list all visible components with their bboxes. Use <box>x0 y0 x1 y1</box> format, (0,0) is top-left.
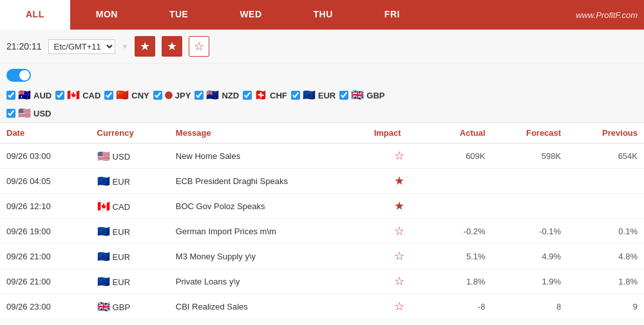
cell-currency: 🇬🇧GBP <box>91 294 169 319</box>
star-filter-3[interactable]: ☆ <box>189 36 209 57</box>
currency-checkbox-usd[interactable] <box>6 109 15 118</box>
cell-previous: 0.1% <box>567 219 644 244</box>
row-flag: 🇺🇸 <box>97 151 110 162</box>
cell-actual: -8 <box>431 294 492 319</box>
toggle-switch[interactable] <box>6 69 31 82</box>
economic-calendar-table: Date Currency Message Impact Actual Fore… <box>0 123 644 319</box>
table-header-row: Date Currency Message Impact Actual Fore… <box>0 123 644 144</box>
table-container: Date Currency Message Impact Actual Fore… <box>0 123 644 319</box>
row-flag: 🇪🇺 <box>97 276 110 287</box>
star-outline-icon: ☆ <box>394 225 404 237</box>
cell-date: 09/26 21:00 <box>0 269 91 294</box>
currency-checkbox-nzd[interactable] <box>194 91 204 100</box>
cell-impact: ☆ <box>368 244 431 269</box>
currency-checkbox-gbp[interactable] <box>339 91 348 100</box>
currency-checkbox-cad[interactable] <box>55 91 64 100</box>
row-flag: 🇪🇺 <box>97 226 110 237</box>
row-flag: 🇬🇧 <box>97 301 110 312</box>
toolbar: 21:20:11 Etc/GMT+11 ▼ ★ ★ ☆ <box>0 30 644 64</box>
cell-previous <box>567 194 644 219</box>
toggle-row <box>0 64 644 86</box>
cell-currency: 🇪🇺EUR <box>91 269 169 294</box>
cell-date: 09/26 19:00 <box>0 219 91 244</box>
star-filter-1[interactable]: ★ <box>135 36 155 57</box>
currency-checkbox-jpy[interactable] <box>153 91 162 100</box>
col-header-currency: Currency <box>91 123 169 144</box>
cell-date: 09/26 12:10 <box>0 194 91 219</box>
cell-actual: 609K <box>431 144 492 169</box>
cell-message: ECB President Draghi Speaks <box>169 169 368 194</box>
tab-fri[interactable]: FRI <box>359 0 426 30</box>
tab-wed[interactable]: WED <box>214 0 287 30</box>
col-header-date: Date <box>0 123 91 144</box>
cell-actual: 1.8% <box>431 269 492 294</box>
currency-label-aud: AUD <box>33 91 52 100</box>
cell-message: Private Loans y\y <box>169 269 368 294</box>
top-nav: ALL MON TUE WED THU FRI www.ProfitF.com <box>0 0 644 30</box>
currency-checkbox-aud[interactable] <box>6 91 15 100</box>
table-row: 09/26 12:10🇨🇦CADBOC Gov Poloz Speaks★ <box>0 194 644 219</box>
cell-actual <box>431 169 492 194</box>
tab-all[interactable]: ALL <box>0 0 70 30</box>
star-outline-icon: ☆ <box>394 300 404 313</box>
col-header-forecast: Forecast <box>492 123 568 144</box>
cell-actual: 5.1% <box>431 244 492 269</box>
cell-message: M3 Money Supply y\y <box>169 244 368 269</box>
cell-currency: 🇺🇸USD <box>91 144 169 169</box>
col-header-actual: Actual <box>431 123 492 144</box>
currency-checkbox-chf[interactable] <box>243 91 252 100</box>
flag-gbp: 🇬🇧 <box>351 90 364 100</box>
row-flag: 🇨🇦 <box>97 201 110 212</box>
flag-nzd: 🇳🇿 <box>206 90 219 100</box>
currency-item-eur: 🇪🇺 EUR <box>291 90 336 100</box>
currency-label-chf: CHF <box>270 91 287 100</box>
table-row: 09/26 19:00🇪🇺EURGerman Import Prices m\m… <box>0 219 644 244</box>
tab-mon[interactable]: MON <box>70 0 144 30</box>
cell-forecast: 4.9% <box>492 244 568 269</box>
cell-previous: 1.8% <box>567 269 644 294</box>
row-currency-code: EUR <box>113 252 130 262</box>
cell-impact: ★ <box>368 194 431 219</box>
cell-previous: 4.8% <box>567 244 644 269</box>
cell-forecast <box>492 194 568 219</box>
currency-checkbox-cny[interactable] <box>104 91 113 100</box>
cell-forecast: 8 <box>492 294 568 319</box>
currency-checkbox-eur[interactable] <box>291 91 300 100</box>
star-outline-icon: ☆ <box>394 149 404 162</box>
timezone-select[interactable]: Etc/GMT+11 <box>48 39 115 54</box>
table-row: 09/26 21:00🇪🇺EURM3 Money Supply y\y☆5.1%… <box>0 244 644 269</box>
currency-item-aud: 🇦🇺 AUD <box>6 90 52 100</box>
cell-currency: 🇨🇦CAD <box>91 194 169 219</box>
currency-label-eur: EUR <box>318 91 336 100</box>
currency-item-jpy: JPY <box>153 91 191 100</box>
cell-message: German Import Prices m\m <box>169 219 368 244</box>
cell-message: CBI Realized Sales <box>169 294 368 319</box>
currency-label-nzd: NZD <box>222 91 239 100</box>
cell-impact: ★ <box>368 169 431 194</box>
currency-label-jpy: JPY <box>175 91 191 100</box>
col-header-previous: Previous <box>567 123 644 144</box>
cell-date: 09/26 23:00 <box>0 294 91 319</box>
tab-tue[interactable]: TUE <box>144 0 214 30</box>
flag-aud: 🇦🇺 <box>18 90 31 100</box>
row-currency-code: CAD <box>113 202 130 212</box>
currency-item-gbp: 🇬🇧 GBP <box>339 90 384 100</box>
cell-currency: 🇪🇺EUR <box>91 219 169 244</box>
dot-jpy <box>165 91 173 99</box>
currency-label-cad: CAD <box>82 91 100 100</box>
cell-date: 09/26 21:00 <box>0 244 91 269</box>
row-currency-code: GBP <box>113 302 130 312</box>
cell-currency: 🇪🇺EUR <box>91 244 169 269</box>
cell-previous: 654K <box>567 144 644 169</box>
currency-item-cny: 🇨🇳 CNY <box>104 90 149 100</box>
cell-forecast: 1.9% <box>492 269 568 294</box>
cell-forecast <box>492 169 568 194</box>
table-row: 09/26 21:00🇪🇺EURPrivate Loans y\y☆1.8%1.… <box>0 269 644 294</box>
flag-chf: 🇨🇭 <box>254 90 267 100</box>
cell-currency: 🇪🇺EUR <box>91 169 169 194</box>
star-filled-icon: ★ <box>394 200 404 212</box>
star-filter-2[interactable]: ★ <box>162 36 182 57</box>
row-flag: 🇪🇺 <box>97 251 110 262</box>
cell-previous: 9 <box>567 294 644 319</box>
tab-thu[interactable]: THU <box>288 0 359 30</box>
